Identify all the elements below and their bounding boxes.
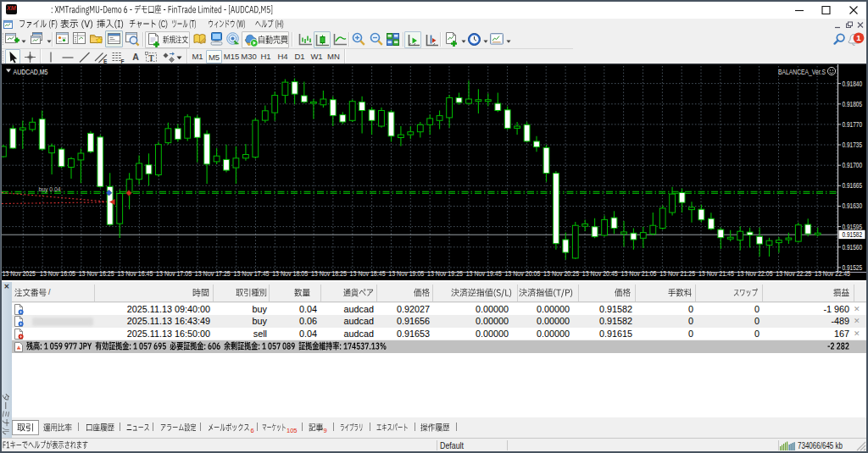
svg-text:E: E bbox=[103, 58, 108, 64]
svg-text:13 Nov 17:05: 13 Nov 17:05 bbox=[156, 269, 192, 278]
svg-text:BALANCEA_Ver.S: BALANCEA_Ver.S bbox=[778, 68, 826, 76]
svg-text:13 Nov 22:05: 13 Nov 22:05 bbox=[737, 269, 773, 278]
svg-text:13 Nov 21:45: 13 Nov 21:45 bbox=[698, 269, 734, 278]
svg-text:1: 1 bbox=[856, 33, 861, 42]
svg-text:13 Nov 2025: 13 Nov 2025 bbox=[3, 269, 36, 278]
svg-text:13 Nov 21:25: 13 Nov 21:25 bbox=[659, 269, 695, 278]
svg-text:13 Nov 22:45: 13 Nov 22:45 bbox=[815, 269, 850, 278]
svg-text:13 Nov 19:25: 13 Nov 19:25 bbox=[427, 269, 463, 278]
svg-text:13 Nov 22:25: 13 Nov 22:25 bbox=[776, 269, 811, 278]
svg-text:T: T bbox=[148, 53, 154, 62]
svg-text:0.91665: 0.91665 bbox=[843, 181, 863, 190]
svg-text:13 Nov 18:25: 13 Nov 18:25 bbox=[311, 269, 347, 278]
svg-text:0.91700: 0.91700 bbox=[843, 161, 863, 169]
svg-text:13 Nov 20:25: 13 Nov 20:25 bbox=[543, 269, 579, 278]
svg-text:0.91770: 0.91770 bbox=[843, 120, 863, 129]
svg-text:13 Nov 16:25: 13 Nov 16:25 bbox=[79, 269, 114, 278]
svg-text:0.91582: 0.91582 bbox=[843, 230, 863, 239]
svg-text:13 Nov 16:45: 13 Nov 16:45 bbox=[117, 269, 153, 278]
svg-text:13 Nov 18:05: 13 Nov 18:05 bbox=[272, 269, 308, 278]
svg-text:734066/645 kb: 734066/645 kb bbox=[798, 441, 843, 450]
svg-text:buy 0.04: buy 0.04 bbox=[39, 185, 61, 193]
svg-text:13 Nov 20:45: 13 Nov 20:45 bbox=[582, 269, 618, 278]
svg-text:0.91805: 0.91805 bbox=[843, 100, 863, 108]
svg-text:13 Nov 19:45: 13 Nov 19:45 bbox=[466, 269, 502, 278]
svg-text:13 Nov 16:05: 13 Nov 16:05 bbox=[40, 269, 75, 278]
svg-text:13 Nov 18:45: 13 Nov 18:45 bbox=[350, 269, 386, 278]
svg-text:0.91840: 0.91840 bbox=[843, 80, 863, 88]
svg-text:AUDCAD,M5: AUDCAD,M5 bbox=[14, 68, 48, 76]
svg-text:Default: Default bbox=[440, 441, 464, 450]
svg-text:13 Nov 20:05: 13 Nov 20:05 bbox=[504, 269, 540, 278]
svg-text:F: F bbox=[121, 58, 125, 64]
svg-text:0.91630: 0.91630 bbox=[843, 202, 863, 210]
svg-text:0.91595: 0.91595 bbox=[843, 223, 863, 231]
svg-text:0.91735: 0.91735 bbox=[843, 141, 863, 149]
svg-text:13 Nov 21:05: 13 Nov 21:05 bbox=[621, 269, 657, 278]
svg-text:0.91560: 0.91560 bbox=[843, 243, 863, 251]
svg-text:13 Nov 17:45: 13 Nov 17:45 bbox=[234, 269, 270, 278]
svg-text:13 Nov 17:25: 13 Nov 17:25 bbox=[195, 269, 231, 278]
svg-text:13 Nov 19:05: 13 Nov 19:05 bbox=[388, 269, 424, 278]
